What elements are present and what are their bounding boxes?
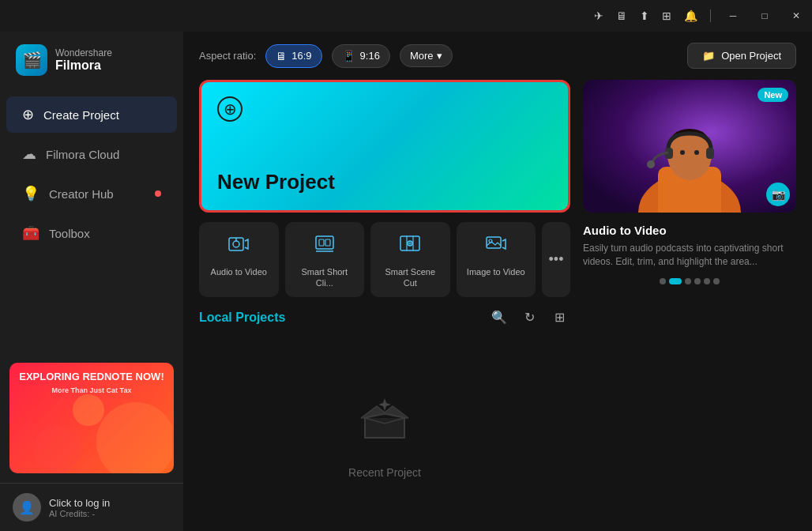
more-ratios-button[interactable]: More ▾ [400,44,453,67]
sidebar-item-creator-hub[interactable]: 💡 Creator Hub [6,175,177,212]
ad-decoration [9,363,172,473]
close-button[interactable]: ✕ [787,6,806,25]
image-to-video-label: Image to Video [467,266,525,277]
toolbox-icon: 🧰 [22,224,39,242]
sidebar: 🎬 Wondershare Filmora ⊕ Create Project ☁… [0,32,183,531]
chevron-down-icon: ▾ [437,50,442,62]
minimize-button[interactable]: ─ [724,6,742,25]
quick-actions: Audio to Video Smart Short Cli... [199,222,570,297]
carousel-dot-5[interactable] [713,278,720,284]
maximize-button[interactable]: □ [755,6,774,25]
audio-to-video-icon [227,233,250,260]
creator-hub-label: Creator Hub [49,187,114,201]
titlebar-icons: ✈ 🖥 ⬆ ⊞ 🔔 ─ □ ✕ [594,6,806,25]
action-smart-scene-cut[interactable]: Smart Scene Cut [370,222,450,297]
local-projects-section: Local Projects 🔍 ↻ ⊞ [199,307,570,531]
logo-text: Wondershare Filmora [55,47,112,73]
view-toggle-button[interactable]: ⊞ [548,307,570,329]
sidebar-ad[interactable]: EXPLORING REDNOTE NOW! More Than Just Ca… [9,363,174,473]
ai-credits: AI Credits: - [49,509,110,518]
local-projects-title: Local Projects [199,311,285,325]
monitor-icon[interactable]: 🖥 [616,9,627,22]
featured-description: Easily turn audio podcasts into captivat… [583,242,796,269]
empty-state: Recent Project [199,338,570,531]
send-icon[interactable]: ✈ [594,9,603,22]
bell-icon[interactable]: 🔔 [684,9,697,22]
carousel-dot-0[interactable] [660,278,666,284]
local-projects-actions: 🔍 ↻ ⊞ [488,307,570,329]
search-button[interactable]: 🔍 [488,307,510,329]
svg-point-2 [73,394,104,426]
user-avatar: 👤 [13,493,41,522]
creator-hub-icon: 💡 [22,185,39,202]
carousel-dot-4[interactable] [704,278,710,284]
titlebar-separator [710,9,711,22]
smart-scene-cut-label: Smart Scene Cut [378,266,442,289]
cloud-upload-icon[interactable]: ⬆ [640,9,649,22]
ratio-9-16-button[interactable]: 📱 9:16 [332,44,390,68]
new-project-card[interactable]: ⊕ New Project [199,80,570,213]
action-audio-to-video[interactable]: Audio to Video [199,222,279,297]
sidebar-nav: ⊕ Create Project ☁ Filmora Cloud 💡 Creat… [0,88,183,353]
right-panel: New 📷 Audio to Video Easily turn audio p… [583,80,796,531]
featured-title: Audio to Video [583,224,796,237]
carousel-dot-1[interactable] [669,278,682,284]
carousel-dot-3[interactable] [694,278,701,284]
user-info: Click to log in AI Credits: - [49,497,110,518]
empty-label: Recent Project [348,466,421,479]
create-project-icon: ⊕ [22,106,34,123]
smart-short-clip-icon [314,233,336,260]
projects-area: ⊕ New Project A [183,80,812,531]
camera-badge-icon: 📷 [766,183,790,206]
action-smart-short-clip[interactable]: Smart Short Cli... [285,222,365,297]
more-actions-button[interactable]: ••• [542,222,570,297]
ratio-16-9-label: 16:9 [291,50,311,62]
sidebar-item-filmora-cloud[interactable]: ☁ Filmora Cloud [6,136,177,172]
new-project-label: New Project [217,170,335,194]
svg-point-4 [233,241,239,247]
new-project-plus-icon: ⊕ [217,96,242,122]
grid-icon[interactable]: ⊞ [662,9,671,22]
svg-point-0 [96,402,172,473]
carousel-dots [583,278,796,284]
sidebar-item-toolbox[interactable]: 🧰 Toolbox [6,215,177,251]
svg-rect-6 [316,236,333,249]
more-label: More [410,50,434,62]
svg-point-22 [694,150,699,155]
svg-rect-19 [706,148,714,159]
featured-new-badge: New [757,88,788,102]
topbar: Aspect ratio: 🖥 16:9 📱 9:16 More ▾ 📁 Ope… [183,32,812,80]
filmora-cloud-label: Filmora Cloud [46,148,119,161]
app-logo-icon: 🎬 [16,44,47,76]
sidebar-logo: 🎬 Wondershare Filmora [0,32,183,88]
svg-point-1 [33,426,81,473]
svg-point-20 [647,160,655,168]
open-project-label: Open Project [721,50,781,62]
login-text: Click to log in [49,497,110,509]
sidebar-user[interactable]: 👤 Click to log in AI Credits: - [0,483,183,531]
ratio-9-16-label: 9:16 [360,50,380,62]
ellipsis-icon: ••• [549,251,564,268]
app-name: Filmora [55,58,112,73]
local-projects-header: Local Projects 🔍 ↻ ⊞ [199,307,570,329]
ratio-16-9-button[interactable]: 🖥 16:9 [265,44,321,68]
image-to-video-icon [485,233,507,260]
carousel-dot-2[interactable] [685,278,691,284]
featured-info: Audio to Video Easily turn audio podcast… [583,213,796,296]
svg-rect-7 [319,239,324,246]
open-project-button[interactable]: 📁 Open Project [687,43,796,69]
svg-rect-12 [487,237,501,248]
titlebar: ✈ 🖥 ⬆ ⊞ 🔔 ─ □ ✕ [0,0,812,32]
action-image-to-video[interactable]: Image to Video [457,222,536,297]
monitor-ratio-icon: 🖥 [276,50,287,62]
featured-card[interactable]: New 📷 [583,80,796,213]
left-section: ⊕ New Project A [199,80,570,531]
refresh-button[interactable]: ↻ [518,307,540,329]
sidebar-item-create-project[interactable]: ⊕ Create Project [6,96,177,133]
toolbox-label: Toolbox [49,227,90,240]
smart-scene-cut-icon [399,233,421,260]
smart-short-clip-label: Smart Short Cli... [293,266,357,289]
app-body: 🎬 Wondershare Filmora ⊕ Create Project ☁… [0,32,812,531]
folder-icon: 📁 [702,50,715,62]
phone-ratio-icon: 📱 [342,50,355,62]
